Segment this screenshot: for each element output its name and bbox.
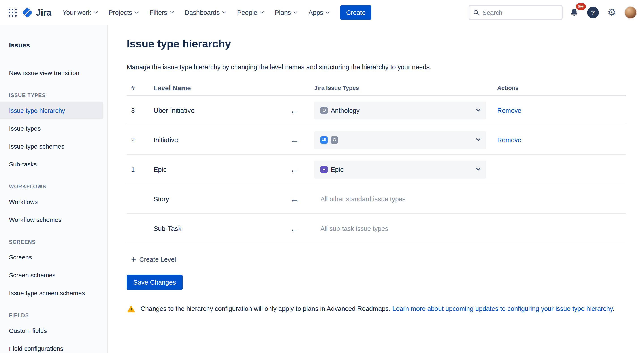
sidebar-item-issue-type-schemes[interactable]: Issue type schemes <box>0 137 108 155</box>
anthology-issue-type-icon <box>331 136 338 144</box>
nav-projects-label: Projects <box>109 9 132 16</box>
sidebar-item-custom-fields[interactable]: Custom fields <box>0 322 108 340</box>
main-content: Issue type hierarchy Manage the issue ty… <box>108 25 644 353</box>
sidebar-item-workflows[interactable]: Workflows <box>0 193 108 211</box>
sidebar-item-new-issue-view-transition[interactable]: New issue view transition <box>0 64 108 82</box>
header-level-name: Level Name <box>149 84 279 92</box>
level-name: Sub-Task <box>149 224 279 232</box>
table-row: Sub-Task ← All sub-task issue types <box>127 214 626 244</box>
header-number: # <box>127 84 149 92</box>
table-row: 3 Uber-initiative ← Anthology Remove <box>127 96 626 125</box>
avatar <box>624 6 637 19</box>
create-level-button[interactable]: + Create Level <box>127 250 180 268</box>
app-switcher-grid-icon <box>8 8 17 17</box>
sidebar-item-screen-schemes[interactable]: Screen schemes <box>0 266 108 284</box>
notifications-button[interactable]: 9+ <box>567 5 581 20</box>
move-left-icon[interactable]: ← <box>290 106 299 115</box>
chevron-down-icon <box>294 10 298 14</box>
sidebar-heading-issue-types: ISSUE TYPES <box>0 89 108 102</box>
level-number: 1 <box>127 166 149 173</box>
nav-your-work-label: Your work <box>63 9 91 16</box>
warning-icon <box>127 305 136 314</box>
table-row: Story ← All other standard issue types <box>127 184 626 214</box>
sidebar-heading-workflows: WORKFLOWS <box>0 180 108 193</box>
chevron-down-icon <box>476 107 480 112</box>
chevron-down-icon <box>170 10 174 14</box>
level-name: Epic <box>149 166 279 173</box>
level-number: 3 <box>127 106 149 114</box>
nav-plans-label: Plans <box>275 9 291 16</box>
sidebar-heading-screens: SCREENS <box>0 236 108 248</box>
warning-learn-more-link[interactable]: Learn more about upcoming updates to con… <box>392 305 612 312</box>
save-changes-button[interactable]: Save Changes <box>127 275 182 290</box>
settings-button[interactable]: ⚙ <box>604 5 619 20</box>
jira-logo-icon <box>22 7 33 18</box>
anthology-issue-type-icon <box>320 107 328 114</box>
nav-filters-label: Filters <box>150 9 167 16</box>
nav-dashboards-label: Dashboards <box>184 9 220 16</box>
nav-apps[interactable]: Apps <box>303 5 335 20</box>
level-name: Initiative <box>149 136 279 144</box>
chevron-down-icon <box>260 10 264 14</box>
chevron-down-icon <box>222 10 226 14</box>
sidebar-title: Issues <box>0 41 108 49</box>
primary-nav: Your work Projects Filters Dashboards Pe… <box>57 5 335 20</box>
global-search[interactable] <box>468 5 562 20</box>
top-navigation-bar: Jira Your work Projects Filters Dashboar… <box>0 0 644 25</box>
chevron-down-icon <box>135 10 138 14</box>
sidebar-item-issue-type-hierarchy[interactable]: Issue type hierarchy <box>0 102 103 120</box>
app-switcher-button[interactable] <box>5 5 20 20</box>
help-button[interactable]: ? <box>586 5 600 20</box>
nav-projects[interactable]: Projects <box>103 5 144 20</box>
sidebar-item-issue-types[interactable]: Issue types <box>0 120 108 137</box>
le-issue-type-icon: LE <box>320 136 328 144</box>
level-name: Story <box>149 195 279 203</box>
page-description: Manage the issue type hierarchy by chang… <box>127 63 626 72</box>
nav-your-work[interactable]: Your work <box>57 5 103 20</box>
issue-type-label: Anthology <box>331 107 360 114</box>
remove-level-link[interactable]: Remove <box>497 107 522 114</box>
warning-text: Changes to the hierarchy configuration w… <box>140 305 390 312</box>
nav-apps-label: Apps <box>308 9 323 16</box>
warning-suffix: . <box>613 305 614 312</box>
nav-plans[interactable]: Plans <box>269 5 303 20</box>
move-left-icon[interactable]: ← <box>290 135 299 144</box>
sidebar-item-issue-type-screen-schemes[interactable]: Issue type screen schemes <box>0 284 108 302</box>
issue-types-select[interactable]: Epic <box>314 160 486 178</box>
nav-people[interactable]: People <box>231 5 269 20</box>
warning-banner: Changes to the hierarchy configuration w… <box>127 304 626 314</box>
table-header-row: # Level Name Jira Issue Types Actions <box>127 80 626 96</box>
sidebar-item-workflow-schemes[interactable]: Workflow schemes <box>0 211 108 228</box>
jira-home-link[interactable]: Jira <box>22 7 52 18</box>
epic-issue-type-icon <box>320 166 328 173</box>
profile-button[interactable] <box>624 5 638 20</box>
create-button[interactable]: Create <box>340 5 372 20</box>
issue-types-placeholder: All other standard issue types <box>320 195 406 202</box>
sidebar-heading-fields: FIELDS <box>0 309 108 322</box>
search-input[interactable] <box>482 9 558 16</box>
gear-icon: ⚙ <box>607 8 616 18</box>
move-left-icon[interactable]: ← <box>290 224 299 233</box>
create-level-label: Create Level <box>139 256 176 263</box>
sidebar-item-sub-tasks[interactable]: Sub-tasks <box>0 155 108 173</box>
issue-types-select[interactable]: Anthology <box>314 101 486 119</box>
sidebar-item-field-configurations[interactable]: Field configurations <box>0 340 108 353</box>
level-name: Uber-initiative <box>149 106 279 114</box>
jira-admin-app: Jira Your work Projects Filters Dashboar… <box>0 0 644 353</box>
chevron-down-icon <box>94 10 98 14</box>
nav-filters[interactable]: Filters <box>144 5 179 20</box>
table-row: 2 Initiative ← LE Remove <box>127 125 626 155</box>
chevron-down-icon <box>476 166 480 171</box>
plus-icon: + <box>131 255 136 263</box>
nav-dashboards[interactable]: Dashboards <box>179 5 231 20</box>
remove-level-link[interactable]: Remove <box>497 136 522 144</box>
sidebar-item-screens[interactable]: Screens <box>0 248 108 266</box>
issue-type-label: Epic <box>331 166 343 173</box>
move-left-icon[interactable]: ← <box>290 194 299 204</box>
issue-types-placeholder: All sub-task issue types <box>320 225 388 232</box>
notification-count-badge: 9+ <box>576 3 586 10</box>
issue-types-select[interactable]: LE <box>314 131 486 149</box>
chevron-down-icon <box>476 137 480 141</box>
move-left-icon[interactable]: ← <box>290 165 299 174</box>
brand-wordmark: Jira <box>36 8 52 18</box>
